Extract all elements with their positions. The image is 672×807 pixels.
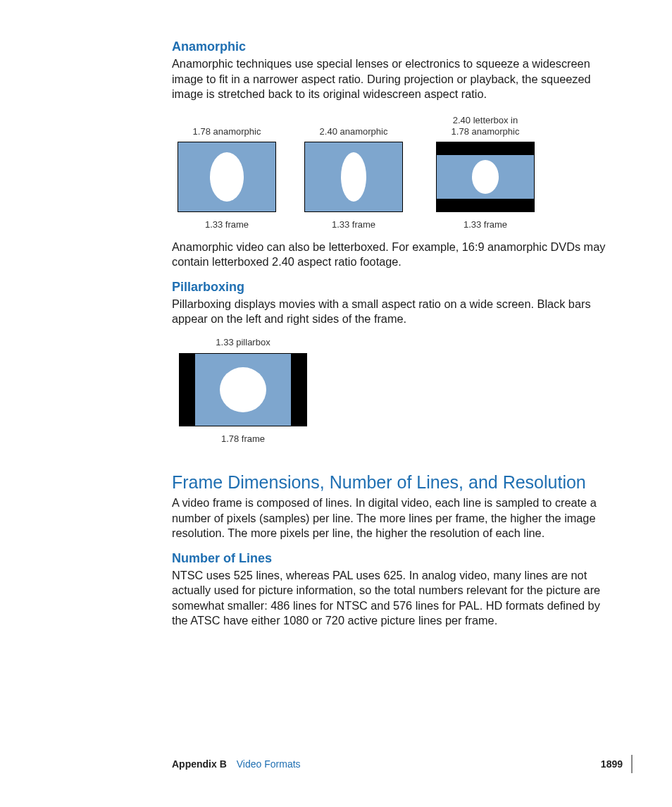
figure-label-bottom: 1.33 frame [332,219,375,230]
figure-anamorphic-240: 2.40 anamorphic 1.33 frame [299,112,409,230]
figure-label-bottom: 1.33 frame [463,219,507,230]
aspect-frame-icon [436,142,535,212]
figure-label-bottom: 1.33 frame [205,219,249,230]
ellipse-icon [341,152,366,202]
heading-number-of-lines: Number of Lines [172,551,610,566]
letterbox-bar-top-icon [437,142,534,155]
figure-label-top: 1.78 anamorphic [172,112,282,137]
ellipse-icon [210,152,244,202]
figure-label-bottom: 1.78 frame [221,433,265,444]
figure-anamorphic-178: 1.78 anamorphic 1.33 frame [172,112,282,230]
aspect-frame-icon [304,142,403,212]
pillarbox-bar-left-icon [180,354,195,426]
figure-pillarbox: 1.33 pillarbox 1.78 frame [176,337,310,445]
page-content: Anamorphic Anamorphic techniques use spe… [0,0,672,629]
paragraph-frame-dims-1: A video frame is composed of lines. In d… [172,495,610,541]
heading-anamorphic: Anamorphic [172,39,610,54]
paragraph-anamorphic-1: Anamorphic techniques use special lenses… [172,56,610,102]
ellipse-icon [220,367,266,412]
footer-chapter-title: Video Formats [237,758,592,770]
paragraph-pillarboxing-1: Pillarboxing displays movies with a smal… [172,297,610,327]
figure-row-anamorphic: 1.78 anamorphic 1.33 frame 2.40 anamorph… [172,112,610,230]
aspect-frame-icon [179,353,307,426]
letterbox-bar-bottom-icon [437,199,534,211]
aspect-frame-icon [178,142,276,212]
figure-label-top: 1.33 pillarbox [176,337,310,348]
heading-pillarboxing: Pillarboxing [172,280,610,295]
figure-label-top: 2.40 anamorphic [299,112,409,137]
paragraph-num-lines-1: NTSC uses 525 lines, whereas PAL uses 62… [172,568,610,629]
footer-appendix: Appendix B [172,758,227,770]
page-footer: Appendix B Video Formats 1899 [172,755,633,773]
footer-page-number: 1899 [601,758,623,770]
paragraph-anamorphic-2: Anamorphic video can also be letterboxed… [172,240,610,270]
ellipse-icon [472,160,499,194]
figure-anamorphic-letterbox: 2.40 letterbox in 1.78 anamorphic 1.33 f… [425,112,545,230]
figure-label-top: 2.40 letterbox in 1.78 anamorphic [425,112,545,137]
pillarbox-bar-right-icon [291,354,306,426]
heading-frame-dimensions: Frame Dimensions, Number of Lines, and R… [172,472,610,493]
